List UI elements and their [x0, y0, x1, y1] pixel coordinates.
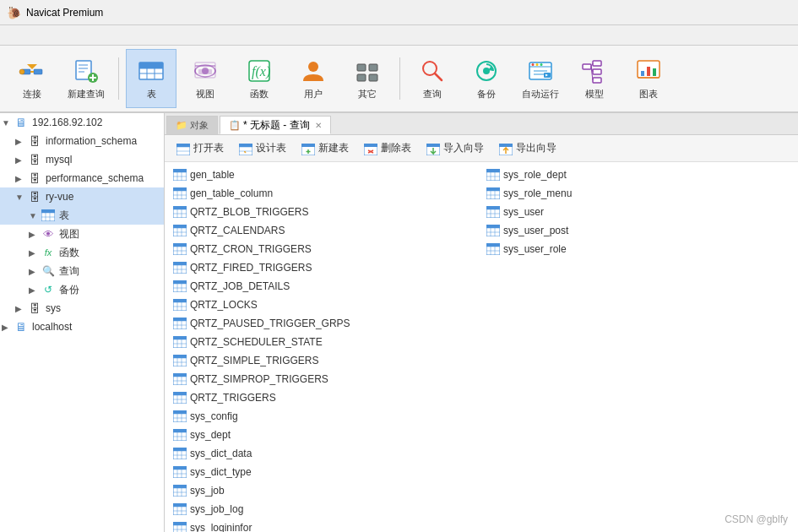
sidebar-item-localhost[interactable]: ▶ 🖥 localhost: [0, 318, 164, 336]
import-label: 导入向导: [443, 141, 484, 155]
table-row[interactable]: sys_config: [168, 407, 481, 426]
query-label: 查询: [423, 88, 442, 100]
svg-point-25: [308, 62, 318, 72]
table-row[interactable]: sys_dept: [168, 426, 481, 444]
table-row[interactable]: sys_role_dept: [481, 166, 795, 184]
svg-rect-44: [593, 61, 601, 66]
table-row[interactable]: sys_job: [168, 481, 481, 500]
new-query-button[interactable]: 新建查询: [61, 49, 111, 108]
tab-query[interactable]: 📋 * 无标题 - 查询 ✕: [220, 116, 331, 134]
svg-rect-46: [593, 78, 601, 83]
table-row-icon: [173, 261, 187, 274]
table-row[interactable]: QRTZ_BLOB_TRIGGERS: [168, 203, 481, 221]
table-row[interactable]: QRTZ_TRIGGERS: [168, 388, 481, 407]
delete-table-button[interactable]: 删除表: [357, 138, 418, 160]
svg-rect-142: [173, 355, 187, 358]
sidebar-item-cat-backup[interactable]: ▶ ↺ 备份: [0, 280, 164, 299]
sidebar-item-cat-func[interactable]: ▶ fx 函数: [0, 243, 164, 262]
table-row[interactable]: sys_dict_type: [168, 463, 481, 481]
sidebar-item-sys[interactable]: ▶ 🗄 sys: [0, 299, 164, 318]
export-button[interactable]: 导出向导: [492, 138, 563, 160]
table-row-name: QRTZ_SCHEDULER_STATE: [190, 336, 323, 348]
query-icon: [419, 57, 446, 84]
sidebar-item-cat-view[interactable]: ▶ 👁 视图: [0, 225, 164, 243]
caret-icon: ▶: [29, 248, 41, 258]
table-row-icon: [486, 224, 500, 237]
tab-objects[interactable]: 📁 对象: [166, 116, 218, 134]
import-icon: [426, 141, 440, 155]
caret-icon: ▼: [2, 118, 14, 128]
chart-toolbar-button[interactable]: 图表: [623, 49, 674, 108]
table-row[interactable]: QRTZ_SIMPROP_TRIGGERS: [168, 370, 481, 388]
table-row[interactable]: QRTZ_FIRED_TRIGGERS: [168, 258, 481, 277]
table-row[interactable]: sys_user_post: [481, 221, 795, 240]
table-row[interactable]: sys_job_log: [168, 500, 481, 518]
sidebar-item-mysql[interactable]: ▶ 🗄 mysql: [0, 150, 164, 169]
table-row[interactable]: QRTZ_CRON_TRIGGERS: [168, 240, 481, 258]
import-button[interactable]: 导入向导: [420, 138, 491, 160]
tab-close-icon[interactable]: ✕: [315, 121, 322, 130]
connect-button[interactable]: 连接: [7, 49, 57, 108]
svg-rect-70: [301, 144, 315, 147]
table-row[interactable]: QRTZ_LOCKS: [168, 296, 481, 314]
table-row[interactable]: QRTZ_PAUSED_TRIGGER_GRPS: [168, 314, 481, 333]
table-row-name: sys_dict_type: [190, 466, 252, 478]
table-row-icon: [486, 187, 500, 200]
view-icon: [192, 57, 219, 84]
svg-rect-78: [426, 144, 440, 147]
new-table-button[interactable]: 新建表: [295, 138, 356, 160]
table-row[interactable]: QRTZ_JOB_DETAILS: [168, 277, 481, 296]
table-row[interactable]: sys_user: [481, 203, 795, 221]
backup-label: 备份: [477, 88, 496, 100]
query-tab-icon: 📋: [229, 120, 241, 131]
table-row-name: QRTZ_FIRED_TRIGGERS: [190, 262, 312, 274]
table-row[interactable]: QRTZ_CALENDARS: [168, 221, 481, 240]
sidebar-item-ry-vue[interactable]: ▼ 🗄 ry-vue: [0, 187, 164, 206]
model-toolbar-button[interactable]: 模型: [569, 49, 620, 108]
other-toolbar-button[interactable]: 其它: [342, 49, 393, 108]
export-icon: [499, 141, 513, 155]
view-toolbar-button[interactable]: 视图: [180, 49, 231, 108]
table-row-icon: [173, 354, 187, 367]
table-row[interactable]: sys_logininfor: [168, 518, 481, 532]
backup-toolbar-button[interactable]: 备份: [461, 49, 512, 108]
table-row[interactable]: QRTZ_SIMPLE_TRIGGERS: [168, 351, 481, 370]
user-icon: [300, 57, 327, 84]
objects-tab-icon: 📁: [176, 120, 187, 131]
svg-rect-184: [173, 485, 187, 488]
table-row-name: sys_role_menu: [503, 187, 572, 199]
sidebar-item-conn-192[interactable]: ▼ 🖥 192.168.92.102: [0, 113, 164, 132]
table-row-name: QRTZ_SIMPLE_TRIGGERS: [190, 355, 318, 366]
table-row-name: sys_user_post: [503, 225, 568, 236]
table-toolbar-button[interactable]: 表: [126, 49, 176, 108]
connect-icon: [19, 57, 46, 84]
table-icon: [138, 57, 165, 84]
table-row[interactable]: sys_user_role: [481, 240, 795, 258]
table-row-name: QRTZ_TRIGGERS: [190, 392, 276, 404]
new-query-label: 新建查询: [68, 88, 105, 100]
table-row-icon: [173, 242, 187, 256]
design-table-button[interactable]: 设计表: [232, 138, 293, 160]
table-row-name: QRTZ_BLOB_TRIGGERS: [190, 206, 308, 218]
function-toolbar-button[interactable]: f(x) 函数: [234, 49, 285, 108]
sidebar-item-information[interactable]: ▶ 🗄 information_schema: [0, 132, 164, 150]
table-row-icon: [173, 224, 187, 237]
svg-rect-56: [41, 209, 55, 213]
open-table-button[interactable]: 打开表: [170, 138, 231, 160]
chart-icon: [635, 57, 662, 84]
sidebar-item-performance[interactable]: ▶ 🗄 performance_schema: [0, 169, 164, 187]
table-row[interactable]: sys_role_menu: [481, 184, 795, 203]
table-row[interactable]: QRTZ_SCHEDULER_STATE: [168, 333, 481, 351]
user-toolbar-button[interactable]: 用户: [288, 49, 339, 108]
sidebar-item-cat-table[interactable]: ▼ 表: [0, 206, 164, 225]
autorun-label: 自动运行: [522, 88, 559, 100]
table-row[interactable]: gen_table: [168, 166, 481, 184]
table-row[interactable]: sys_dict_data: [168, 444, 481, 463]
sidebar-conn-label: localhost: [32, 321, 72, 333]
autorun-toolbar-button[interactable]: 自动运行: [515, 49, 566, 108]
query-toolbar-button[interactable]: 查询: [407, 49, 458, 108]
separator-1: [118, 57, 119, 100]
sidebar-item-cat-query[interactable]: ▶ 🔍 查询: [0, 262, 164, 280]
svg-rect-250: [486, 225, 500, 228]
table-row[interactable]: gen_table_column: [168, 184, 481, 203]
